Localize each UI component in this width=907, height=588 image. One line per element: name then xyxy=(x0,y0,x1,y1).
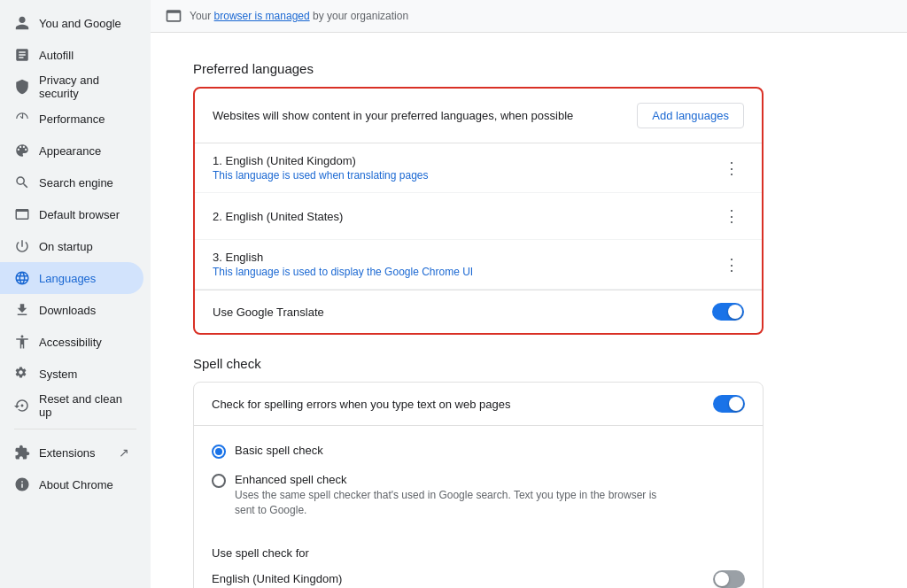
managed-banner: Your browser is managed by your organiza… xyxy=(151,0,907,33)
appearance-icon xyxy=(14,143,30,159)
basic-radio[interactable] xyxy=(212,445,226,459)
reset-icon xyxy=(14,398,30,414)
lang-menu-button-1[interactable]: ⋮ xyxy=(719,156,744,181)
system-icon xyxy=(14,366,30,382)
managed-link[interactable]: browser is managed xyxy=(214,10,310,22)
spell-check-toggle-row: Check for spelling errors when you type … xyxy=(194,383,763,426)
sidebar-label: Default browser xyxy=(39,208,120,221)
lang-menu-button-3[interactable]: ⋮ xyxy=(719,252,744,277)
sidebar-item-languages[interactable]: Languages xyxy=(0,262,143,294)
spell-check-lang-uk: English (United Kingdom) xyxy=(212,563,745,588)
sidebar-item-about-chrome[interactable]: About Chrome xyxy=(0,468,143,500)
managed-text: Your browser is managed by your organiza… xyxy=(190,10,408,22)
autofill-icon xyxy=(14,47,30,63)
translate-toggle-row: Use Google Translate xyxy=(195,290,762,333)
sidebar-label: Privacy and security xyxy=(39,74,129,100)
translate-toggle[interactable] xyxy=(712,303,744,321)
preferred-languages-title: Preferred languages xyxy=(172,61,785,76)
sidebar-label: On startup xyxy=(39,240,93,253)
divider xyxy=(14,429,136,429)
browser-icon xyxy=(14,206,30,222)
enhanced-radio[interactable] xyxy=(212,474,226,488)
sidebar-label: Appearance xyxy=(39,144,101,158)
spell-check-toggle[interactable] xyxy=(713,395,745,413)
add-languages-button[interactable]: Add languages xyxy=(637,103,744,128)
spell-check-title: Spell check xyxy=(172,356,785,371)
download-icon xyxy=(14,302,30,318)
sidebar-item-privacy[interactable]: Privacy and security xyxy=(0,71,143,103)
sidebar-label: Autofill xyxy=(39,49,74,62)
lock-icon xyxy=(14,79,30,95)
extensions-icon xyxy=(14,445,30,460)
language-row-2: 2. English (United States) ⋮ xyxy=(195,193,762,240)
basic-label: Basic spell check xyxy=(235,444,323,457)
translate-label: Use Google Translate xyxy=(213,306,324,319)
basic-spell-check-option[interactable]: Basic spell check xyxy=(212,437,745,466)
external-link-icon: ↗ xyxy=(119,445,129,460)
sidebar-item-appearance[interactable]: Appearance xyxy=(0,135,143,166)
sidebar-label: Search engine xyxy=(39,176,113,190)
spell-check-options: Basic spell check Enhanced spell check U… xyxy=(194,426,763,536)
spell-check-toggle-label: Check for spelling errors when you type … xyxy=(212,398,510,411)
lang-name-3: 3. English xyxy=(213,251,473,264)
lang-name-1: 1. English (United Kingdom) xyxy=(213,154,429,167)
lang-info-1: 1. English (United Kingdom) This languag… xyxy=(213,154,429,182)
sidebar-item-extensions[interactable]: Extensions ↗ xyxy=(0,437,143,468)
main-content: Your browser is managed by your organiza… xyxy=(151,0,907,588)
preferred-languages-card: Websites will show content in your prefe… xyxy=(193,87,764,335)
sidebar-label: About Chrome xyxy=(39,478,113,491)
sidebar-item-system[interactable]: System xyxy=(0,358,143,390)
accessibility-icon xyxy=(14,334,30,350)
sidebar-item-downloads[interactable]: Downloads xyxy=(0,294,143,326)
sidebar-item-accessibility[interactable]: Accessibility xyxy=(0,326,143,358)
about-icon xyxy=(14,476,30,492)
sidebar: You and Google Autofill Privacy and secu… xyxy=(0,0,151,588)
sidebar-label: Accessibility xyxy=(39,336,102,349)
sidebar-item-autofill[interactable]: Autofill xyxy=(0,39,143,71)
enhanced-spell-check-option[interactable]: Enhanced spell check Uses the same spell… xyxy=(212,466,745,525)
sidebar-item-performance[interactable]: Performance xyxy=(0,103,143,135)
spell-check-languages: Use spell check for English (United King… xyxy=(194,536,763,588)
lang-uk-toggle[interactable] xyxy=(713,570,745,588)
lang-info-2: 2. English (United States) xyxy=(213,210,343,223)
sidebar-label: Extensions xyxy=(39,446,96,460)
sidebar-label: You and Google xyxy=(39,17,121,30)
language-row-1: 1. English (United Kingdom) This languag… xyxy=(195,143,762,193)
sidebar-label: System xyxy=(39,368,77,381)
sidebar-item-default-browser[interactable]: Default browser xyxy=(0,198,143,230)
lang-info-3: 3. English This language is used to disp… xyxy=(213,251,473,278)
sidebar-item-reset[interactable]: Reset and clean up xyxy=(0,390,143,422)
basic-option-text: Basic spell check xyxy=(235,444,323,457)
performance-icon xyxy=(14,111,30,127)
search-icon xyxy=(14,174,30,190)
person-icon xyxy=(14,15,30,31)
lang-uk-label: English (United Kingdom) xyxy=(212,572,342,585)
lang-header-text: Websites will show content in your prefe… xyxy=(213,109,573,122)
lang-note-1: This language is used when translating p… xyxy=(213,169,429,182)
lang-card-header: Websites will show content in your prefe… xyxy=(195,89,762,143)
enhanced-desc: Uses the same spell checker that's used … xyxy=(235,488,678,518)
language-row-3: 3. English This language is used to disp… xyxy=(195,240,762,290)
sidebar-item-on-startup[interactable]: On startup xyxy=(0,230,143,262)
managed-icon xyxy=(165,7,182,25)
use-spell-check-label: Use spell check for xyxy=(212,539,745,563)
lang-note-3: This language is used to display the Goo… xyxy=(213,266,473,278)
sidebar-label: Downloads xyxy=(39,304,96,317)
sidebar-label: Languages xyxy=(39,272,96,285)
lang-menu-button-2[interactable]: ⋮ xyxy=(719,204,744,228)
globe-icon xyxy=(14,270,30,286)
startup-icon xyxy=(14,238,30,254)
enhanced-label: Enhanced spell check xyxy=(235,473,678,486)
sidebar-item-search-engine[interactable]: Search engine xyxy=(0,166,143,198)
spell-check-card: Check for spelling errors when you type … xyxy=(193,382,764,588)
sidebar-label: Performance xyxy=(39,112,105,126)
sidebar-item-you-and-google[interactable]: You and Google xyxy=(0,7,143,39)
enhanced-option-text: Enhanced spell check Uses the same spell… xyxy=(235,473,678,518)
sidebar-label: Reset and clean up xyxy=(39,392,129,419)
lang-name-2: 2. English (United States) xyxy=(213,210,343,223)
